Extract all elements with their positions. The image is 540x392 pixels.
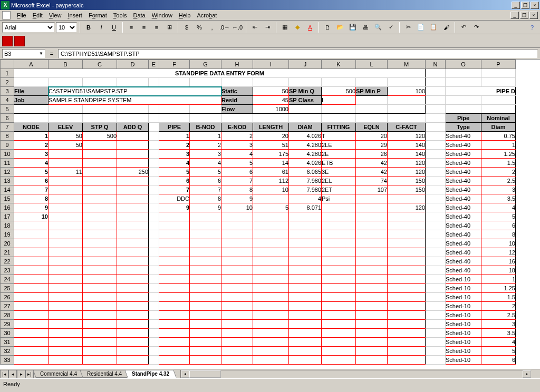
cell[interactable]: 50 xyxy=(49,141,83,150)
cell[interactable] xyxy=(289,347,322,356)
cell[interactable]: 11 xyxy=(49,168,83,177)
cell[interactable] xyxy=(49,257,83,266)
cell[interactable] xyxy=(221,248,253,257)
cell[interactable] xyxy=(253,239,289,248)
cell[interactable] xyxy=(49,266,83,275)
cell[interactable] xyxy=(426,284,446,293)
cell[interactable] xyxy=(117,239,149,248)
cell[interactable] xyxy=(190,221,221,230)
cell[interactable] xyxy=(253,194,289,203)
cell[interactable] xyxy=(322,302,356,311)
cell[interactable] xyxy=(14,248,49,257)
cell[interactable]: Sched-10 xyxy=(446,356,481,365)
cell[interactable] xyxy=(83,185,117,194)
cell[interactable]: 5 xyxy=(253,203,289,212)
cell[interactable] xyxy=(159,311,190,320)
cell[interactable] xyxy=(117,248,149,257)
cell[interactable] xyxy=(14,105,49,114)
cell[interactable] xyxy=(149,302,159,311)
cell[interactable] xyxy=(159,248,190,257)
cell[interactable]: 26 xyxy=(356,150,388,159)
cell[interactable] xyxy=(14,230,49,239)
resid-label[interactable]: Resid xyxy=(221,96,253,105)
save-button[interactable]: 💾 xyxy=(347,22,359,33)
cell[interactable] xyxy=(253,78,289,87)
form-title[interactable]: STANDPIPE DATA ENTRY FORM xyxy=(14,69,426,78)
col-header-eqln[interactable]: EQLN xyxy=(356,123,388,132)
row-header[interactable]: 12 xyxy=(1,168,14,177)
cell[interactable] xyxy=(83,78,117,87)
namebox-dropdown-icon[interactable]: ▼ xyxy=(39,51,43,56)
cell[interactable] xyxy=(388,221,426,230)
cell[interactable] xyxy=(289,356,322,365)
menu-data[interactable]: Data xyxy=(130,11,148,19)
cell[interactable] xyxy=(322,78,356,87)
cell[interactable] xyxy=(49,356,83,365)
cell[interactable]: 120 xyxy=(388,159,426,168)
cell[interactable]: 2 xyxy=(481,168,516,177)
menu-edit[interactable]: Edit xyxy=(30,11,46,19)
cell[interactable] xyxy=(159,266,190,275)
cell[interactable] xyxy=(14,356,49,365)
cell[interactable] xyxy=(221,78,253,87)
cell[interactable] xyxy=(322,338,356,347)
cell[interactable] xyxy=(83,257,117,266)
cell[interactable] xyxy=(388,239,426,248)
cell[interactable] xyxy=(322,203,356,212)
row-header[interactable]: 24 xyxy=(1,275,14,284)
cell[interactable] xyxy=(356,96,388,105)
cell[interactable]: 4 xyxy=(289,194,322,203)
cell[interactable]: 6 xyxy=(14,177,49,185)
cell[interactable]: 2 xyxy=(159,141,190,150)
cell[interactable] xyxy=(83,266,117,275)
cell[interactable] xyxy=(356,239,388,248)
cell[interactable]: 1 xyxy=(481,275,516,284)
cell[interactable] xyxy=(83,347,117,356)
cell[interactable]: 120 xyxy=(388,203,426,212)
cell[interactable]: 5 xyxy=(221,159,253,168)
cell[interactable] xyxy=(117,78,149,87)
col-header[interactable]: P xyxy=(481,60,516,69)
cell[interactable]: 6 xyxy=(159,177,190,185)
comma-button[interactable]: , xyxy=(206,22,218,33)
cell[interactable] xyxy=(221,320,253,329)
cell[interactable]: 4 xyxy=(481,338,516,347)
cell[interactable]: 42 xyxy=(356,159,388,168)
cell[interactable] xyxy=(83,248,117,257)
col-header-add q[interactable]: ADD Q xyxy=(117,123,149,132)
cell[interactable]: 7 xyxy=(14,185,49,194)
cell[interactable] xyxy=(49,105,83,114)
cell[interactable] xyxy=(159,284,190,293)
cell[interactable] xyxy=(14,221,49,230)
cell[interactable] xyxy=(289,302,322,311)
font-size-selector[interactable]: 10 xyxy=(56,22,77,33)
col-header[interactable]: O xyxy=(446,60,481,69)
cell[interactable] xyxy=(49,275,83,284)
cell[interactable]: 7 xyxy=(190,185,221,194)
spminp-label[interactable]: SP Min P xyxy=(356,87,388,96)
cell[interactable] xyxy=(49,150,83,159)
cell[interactable] xyxy=(117,293,149,302)
cell[interactable] xyxy=(322,356,356,365)
cell[interactable]: 100 xyxy=(388,87,426,96)
cell[interactable]: 7 xyxy=(221,177,253,185)
cell[interactable] xyxy=(14,329,49,338)
cell[interactable] xyxy=(159,212,190,221)
cell[interactable]: 6 xyxy=(190,177,221,185)
cell[interactable]: 2LE xyxy=(322,141,356,150)
row-header[interactable]: 15 xyxy=(1,194,14,203)
cell[interactable] xyxy=(253,347,289,356)
cell[interactable]: 14 xyxy=(253,159,289,168)
cell[interactable] xyxy=(149,356,159,365)
row-header[interactable]: 27 xyxy=(1,302,14,311)
cell[interactable] xyxy=(289,266,322,275)
cell[interactable] xyxy=(289,320,322,329)
cell[interactable]: 12 xyxy=(481,248,516,257)
cell[interactable] xyxy=(83,239,117,248)
cell[interactable] xyxy=(356,114,388,123)
cell[interactable] xyxy=(388,347,426,356)
row-header[interactable]: 25 xyxy=(1,284,14,293)
cell[interactable] xyxy=(356,194,388,203)
col-header[interactable]: D xyxy=(117,60,149,69)
col-header[interactable]: B xyxy=(49,60,83,69)
